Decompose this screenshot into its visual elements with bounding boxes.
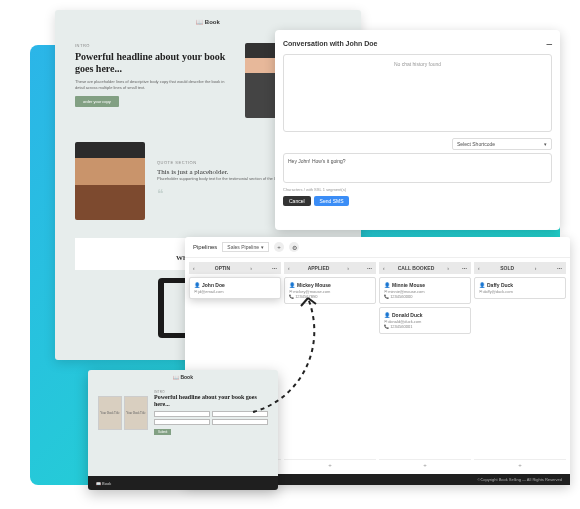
pipeline-column: ‹APPLIED›⋯Mickey Mousemickey@mouse.com12… — [284, 262, 376, 470]
chevron-left-icon[interactable]: ‹ — [478, 265, 480, 271]
hero-eyebrow: INTRO — [75, 43, 235, 48]
column-add[interactable]: + — [474, 459, 566, 470]
card-phone: 1234560001 — [384, 324, 466, 329]
chevron-left-icon[interactable]: ‹ — [288, 265, 290, 271]
pipeline-card[interactable]: Minnie Mouseminnie@mouse.com1234560000 — [379, 277, 471, 304]
conversation-title: Conversation with John Doe — [283, 40, 378, 47]
phone-input[interactable] — [154, 419, 210, 425]
chevron-right-icon[interactable]: › — [250, 265, 252, 271]
cancel-button[interactable]: Cancel — [283, 196, 311, 206]
shortcode-select[interactable]: Select Shortcode▾ — [452, 138, 552, 150]
message-meta: Characters / with SSL 1 segment(s) — [283, 187, 552, 192]
chevron-left-icon[interactable]: ‹ — [383, 265, 385, 271]
card-phone: 1234567890 — [289, 294, 371, 299]
card-name: Minnie Mouse — [384, 282, 466, 288]
name-input[interactable] — [154, 411, 210, 417]
hero-headline: Powerful headline about your book goes h… — [154, 394, 268, 408]
column-header[interactable]: ‹APPLIED›⋯ — [284, 262, 376, 274]
email-input[interactable] — [212, 411, 268, 417]
pipeline-card[interactable]: John Doejd@email.com — [189, 277, 281, 299]
column-add[interactable]: + — [284, 459, 376, 470]
pipeline-column: ‹SOLD›⋯Daffy Duckdaffy@duck.com+ — [474, 262, 566, 470]
hero-headline: Powerful headline about your book goes h… — [75, 51, 235, 75]
column-header[interactable]: ‹OPTIN›⋯ — [189, 262, 281, 274]
conversation-panel: Conversation with John Doe – No chat his… — [275, 30, 560, 230]
column-header[interactable]: ‹CALL BOOKED›⋯ — [379, 262, 471, 274]
pipeline-column: ‹CALL BOOKED›⋯Minnie Mouseminnie@mouse.c… — [379, 262, 471, 470]
pipeline-card[interactable]: Mickey Mousemickey@mouse.com1234567890 — [284, 277, 376, 304]
chevron-right-icon[interactable]: › — [447, 265, 449, 271]
message-input[interactable]: Hey John! How's it going? — [283, 153, 552, 183]
chat-history: No chat history found — [283, 54, 552, 132]
column-header[interactable]: ‹SOLD›⋯ — [474, 262, 566, 274]
other-input[interactable] — [212, 419, 268, 425]
card-name: Mickey Mouse — [289, 282, 371, 288]
chevron-down-icon: ▾ — [544, 141, 547, 147]
send-sms-button[interactable]: Send SMS — [314, 196, 350, 206]
chevron-right-icon[interactable]: › — [535, 265, 537, 271]
brand-logo: 📖 Book — [88, 370, 278, 384]
column-menu-icon[interactable]: ⋯ — [462, 265, 467, 271]
column-menu-icon[interactable]: ⋯ — [272, 265, 277, 271]
book-cover: Your Book Title — [124, 396, 148, 430]
card-name: John Doe — [194, 282, 276, 288]
chevron-right-icon[interactable]: › — [347, 265, 349, 271]
submit-button[interactable]: Submit — [154, 429, 171, 435]
column-menu-icon[interactable]: ⋯ — [557, 265, 562, 271]
hero-body: These are placeholder lines of descripti… — [75, 79, 235, 90]
card-email: jd@email.com — [194, 289, 276, 294]
card-name: Daffy Duck — [479, 282, 561, 288]
chevron-left-icon[interactable]: ‹ — [193, 265, 195, 271]
card-email: daffy@duck.com — [479, 289, 561, 294]
add-pipeline-icon[interactable]: + — [274, 242, 284, 252]
pipeline-settings-icon[interactable]: ⚙ — [289, 242, 299, 252]
pipeline-card[interactable]: Donald Duckdonald@duck.com1234560001 — [379, 307, 471, 334]
landing-page-secondary: 📖 Book Your Book Title Your Book Title I… — [88, 370, 278, 490]
testimonial-photo — [75, 142, 145, 220]
card-name: Donald Duck — [384, 312, 466, 318]
pipeline-card[interactable]: Daffy Duckdaffy@duck.com — [474, 277, 566, 299]
column-menu-icon[interactable]: ⋯ — [367, 265, 372, 271]
close-icon[interactable]: – — [546, 38, 552, 49]
book-cover: Your Book Title — [98, 396, 122, 430]
chevron-down-icon: ▾ — [261, 244, 264, 250]
pipeline-label: Pipelines — [193, 244, 217, 250]
cta-button[interactable]: order your copy — [75, 96, 119, 107]
card-phone: 1234560000 — [384, 294, 466, 299]
column-add[interactable]: + — [379, 459, 471, 470]
landing2-footer: 📖 Book — [88, 476, 278, 490]
pipeline-select[interactable]: Sales Pipeline▾ — [222, 242, 269, 252]
